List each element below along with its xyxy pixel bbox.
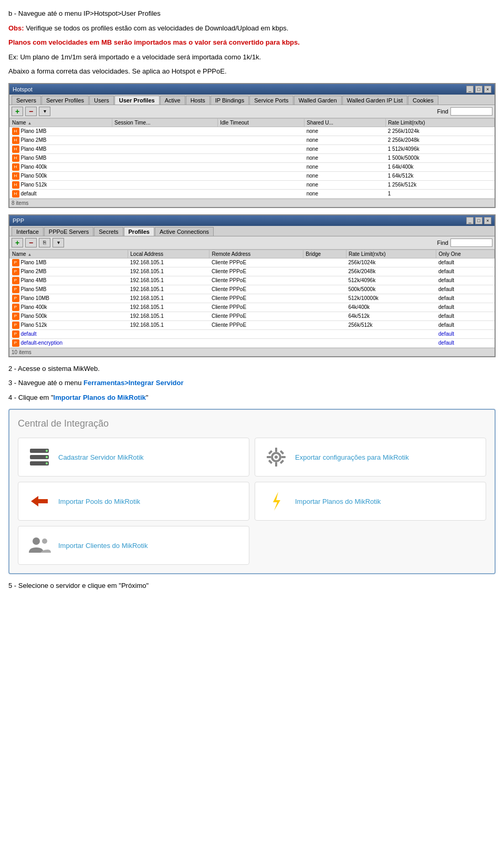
find-area: Find bbox=[437, 107, 492, 116]
tab-service-ports[interactable]: Service Ports bbox=[249, 96, 293, 105]
table-row[interactable]: HPlano 512k none 1 256k/512k bbox=[10, 180, 495, 189]
ppp-col-remote[interactable]: Remote Address bbox=[209, 250, 303, 258]
tab-active[interactable]: Active bbox=[160, 96, 185, 105]
hotspot-table-container: Name ▲ Session Time... Idle Timeout Shar… bbox=[9, 118, 495, 199]
ppp-tab-profiles[interactable]: Profiles bbox=[124, 227, 154, 236]
cell-bridge bbox=[303, 320, 346, 329]
abaixo-line: Abaixo a forma correta das velocidades. … bbox=[8, 66, 496, 77]
cell-rate: 256k/512k bbox=[346, 320, 436, 329]
ppp-find-area: Find bbox=[437, 239, 492, 247]
cell-name: HPlano 5MB bbox=[10, 153, 112, 162]
close-btn[interactable]: × bbox=[484, 86, 491, 93]
ppp-restore-btn[interactable]: □ bbox=[475, 217, 482, 224]
cell-remote: Cliente PPPoE bbox=[209, 312, 303, 320]
ppp-col-rate[interactable]: Rate Limit(rx/tx) bbox=[346, 250, 436, 258]
integration-item-cadastrar[interactable]: Cadastrar Servidor MikRotik bbox=[18, 438, 249, 477]
cell-rate: 500k/5000k bbox=[346, 285, 436, 294]
integration-item-exportar[interactable]: Exportar configurações para MikRotik bbox=[255, 438, 486, 477]
find-input[interactable] bbox=[450, 107, 492, 116]
table-row[interactable]: Pdefault-encryption default bbox=[10, 338, 495, 347]
table-row[interactable]: PPlano 4MB 192.168.105.1 Cliente PPPoE 5… bbox=[10, 276, 495, 285]
table-row[interactable]: PPlano 400k 192.168.105.1 Cliente PPPoE … bbox=[10, 303, 495, 312]
ppp-col-name[interactable]: Name ▲ bbox=[10, 250, 128, 258]
table-row[interactable]: HPlano 1MB none 2 256k/1024k bbox=[10, 127, 495, 136]
restore-btn[interactable]: □ bbox=[475, 86, 482, 93]
server-icon-area bbox=[27, 444, 52, 470]
table-row[interactable]: Pdefault default bbox=[10, 329, 495, 338]
col-session[interactable]: Session Time... bbox=[112, 118, 218, 127]
table-row[interactable]: HPlano 5MB none 1 500k/5000k bbox=[10, 153, 495, 162]
table-row[interactable]: Hdefault none 1 bbox=[10, 189, 495, 198]
ppp-remove-btn[interactable]: − bbox=[25, 238, 37, 247]
tab-walled-garden-ip[interactable]: Walled Garden IP List bbox=[342, 96, 407, 105]
cell-only: default bbox=[436, 329, 495, 338]
ppp-filter-btn[interactable]: ▾ bbox=[52, 238, 64, 247]
tab-hosts[interactable]: Hosts bbox=[186, 96, 210, 105]
ppp-add-btn[interactable]: + bbox=[12, 238, 23, 247]
ppp-minimize-btn[interactable]: _ bbox=[466, 217, 474, 224]
add-btn[interactable]: + bbox=[12, 107, 23, 116]
hotspot-titlebar: Hotspot _ □ × bbox=[9, 84, 495, 95]
cell-idle bbox=[218, 162, 304, 171]
tab-server-profiles[interactable]: Server Profiles bbox=[41, 96, 89, 105]
table-row[interactable]: HPlano 2MB none 2 256k/2048k bbox=[10, 136, 495, 144]
tab-user-profiles[interactable]: User Profiles bbox=[114, 96, 160, 105]
integration-item-clientes[interactable]: Importar Clientes do MikRotik bbox=[18, 526, 249, 565]
tab-servers[interactable]: Servers bbox=[12, 96, 41, 105]
table-row[interactable]: PPlano 512k 192.168.105.1 Cliente PPPoE … bbox=[10, 320, 495, 329]
table-row[interactable]: PPlano 2MB 192.168.105.1 Cliente PPPoE 2… bbox=[10, 267, 495, 276]
cell-local: 192.168.105.1 bbox=[128, 276, 209, 285]
cell-remote: Cliente PPPoE bbox=[209, 294, 303, 303]
cell-bridge bbox=[303, 258, 346, 267]
ppp-col-only[interactable]: Only One bbox=[436, 250, 495, 258]
cell-idle bbox=[218, 127, 304, 136]
filter-btn[interactable]: ▾ bbox=[39, 107, 50, 116]
cell-session bbox=[112, 189, 218, 198]
cell-local bbox=[128, 329, 209, 338]
step4-link[interactable]: Importar Planos do MikRotik bbox=[54, 394, 146, 401]
col-name[interactable]: Name ▲ bbox=[10, 118, 112, 127]
ppp-tab-active-connections[interactable]: Active Connections bbox=[155, 227, 214, 236]
ppp-close-btn[interactable]: × bbox=[484, 217, 491, 224]
ppp-tab-interface[interactable]: Interface bbox=[12, 227, 44, 236]
ppp-copy-btn[interactable]: ⎘ bbox=[39, 238, 50, 247]
minimize-btn[interactable]: _ bbox=[466, 86, 474, 93]
exportar-label: Exportar configurações para MikRotik bbox=[295, 453, 409, 461]
tab-ip-bindings[interactable]: IP Bindings bbox=[211, 96, 249, 105]
table-row[interactable]: PPlano 1MB 192.168.105.1 Cliente PPPoE 2… bbox=[10, 258, 495, 267]
ppp-tab-secrets[interactable]: Secrets bbox=[94, 227, 123, 236]
table-row[interactable]: PPlano 5MB 192.168.105.1 Cliente PPPoE 5… bbox=[10, 285, 495, 294]
table-row[interactable]: HPlano 500k none 1 64k/512k bbox=[10, 171, 495, 180]
cell-only: default bbox=[436, 303, 495, 312]
planos-line: Planos com velocidades em MB serão impor… bbox=[8, 37, 496, 48]
col-shared[interactable]: Shared U... bbox=[304, 118, 386, 127]
table-row[interactable]: HPlano 400k none 1 64k/400k bbox=[10, 162, 495, 171]
cell-name: Pdefault-encryption bbox=[10, 338, 128, 347]
integration-panel: Central de Integração Cadastrar Servidor… bbox=[8, 409, 496, 574]
ppp-tab-pppoe-servers[interactable]: PPPoE Servers bbox=[44, 227, 93, 236]
cell-session bbox=[112, 144, 218, 153]
table-row[interactable]: PPlano 10MB 192.168.105.1 Cliente PPPoE … bbox=[10, 294, 495, 303]
clientes-label: Importar Clientes do MikRotik bbox=[58, 542, 148, 550]
tab-walled-garden[interactable]: Walled Garden bbox=[294, 96, 342, 105]
tab-cookies[interactable]: Cookies bbox=[408, 96, 438, 105]
svg-marker-17 bbox=[273, 492, 280, 511]
cell-only: default bbox=[436, 276, 495, 285]
col-idle[interactable]: Idle Timeout bbox=[218, 118, 304, 127]
col-rate[interactable]: Rate Limit(rx/tx) bbox=[386, 118, 495, 127]
tab-users[interactable]: Users bbox=[89, 96, 114, 105]
step4: 4 - Clique em "Importar Planos do MikRot… bbox=[8, 392, 496, 403]
remove-btn[interactable]: − bbox=[25, 107, 37, 116]
cell-name: PPlano 512k bbox=[10, 320, 128, 329]
ppp-find-input[interactable] bbox=[450, 239, 492, 247]
cell-bridge bbox=[303, 303, 346, 312]
ppp-col-bridge[interactable]: Bridge bbox=[303, 250, 346, 258]
table-row[interactable]: HPlano 4MB none 1 512k/4096k bbox=[10, 144, 495, 153]
step3-link[interactable]: Ferramentas>Integrar Servidor bbox=[83, 379, 183, 387]
integration-item-pools[interactable]: Importar Pools do MikRotik bbox=[18, 482, 249, 521]
cell-rate bbox=[346, 329, 436, 338]
cell-bridge bbox=[303, 276, 346, 285]
integration-item-planos[interactable]: Importar Planos do MikRotik bbox=[255, 482, 486, 521]
table-row[interactable]: PPlano 500k 192.168.105.1 Cliente PPPoE … bbox=[10, 312, 495, 320]
ppp-col-local[interactable]: Local Address bbox=[128, 250, 209, 258]
